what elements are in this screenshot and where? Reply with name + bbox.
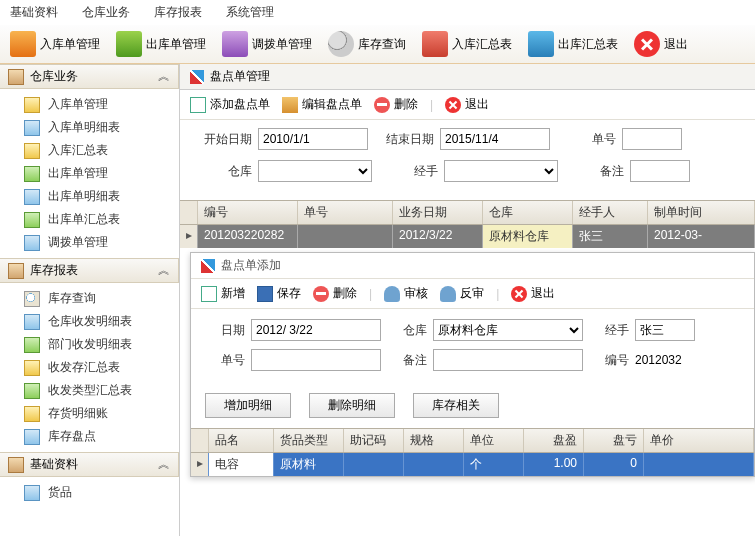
exit-page-button[interactable]: 退出 xyxy=(445,96,489,113)
sidebar-item-stock-query[interactable]: 库存查询 xyxy=(0,287,179,310)
list-icon xyxy=(24,120,40,136)
wh-label: 仓库 xyxy=(192,163,252,180)
edit-count-button[interactable]: 编辑盘点单 xyxy=(282,96,362,113)
exit-label: 退出 xyxy=(664,36,688,53)
num-label: 单号 xyxy=(556,131,616,148)
col-wh[interactable]: 仓库 xyxy=(483,201,573,224)
dlg-remark-label: 备注 xyxy=(387,352,427,369)
dlg-num-label: 单号 xyxy=(205,352,245,369)
dlg-wh-select[interactable]: 原材料仓库 xyxy=(433,319,583,341)
dcol-price[interactable]: 单价 xyxy=(644,429,754,452)
add-count-button[interactable]: 添加盘点单 xyxy=(190,96,270,113)
dlg-id-label: 编号 xyxy=(589,352,629,369)
del-count-button[interactable]: 删除 xyxy=(374,96,418,113)
exit-button[interactable]: 退出 xyxy=(628,29,694,59)
sidebar-base-title: 基础资料 xyxy=(30,456,78,473)
dlg-unaudit-button[interactable]: 反审 xyxy=(440,285,484,302)
sidebar-item-inbound-sum[interactable]: 入库汇总表 xyxy=(0,139,179,162)
dcol-unit[interactable]: 单位 xyxy=(464,429,524,452)
sidebar-item-inbound[interactable]: 入库单管理 xyxy=(0,93,179,116)
col-hand[interactable]: 经手人 xyxy=(573,201,648,224)
wh-select[interactable] xyxy=(258,160,372,182)
sidebar-section-ops[interactable]: 仓库业务 ︽ xyxy=(0,64,179,89)
list-icon xyxy=(24,337,40,353)
sidebar-item-ledger[interactable]: 存货明细账 xyxy=(0,402,179,425)
start-date-input[interactable] xyxy=(258,128,368,150)
dialog-title: 盘点单添加 xyxy=(221,257,281,274)
user-icon xyxy=(440,286,456,302)
transfer-icon xyxy=(222,31,248,57)
dlg-date-input[interactable] xyxy=(251,319,381,341)
menu-bar: 基础资料 仓库业务 库存报表 系统管理 xyxy=(0,0,755,25)
inbound-icon xyxy=(10,31,36,57)
insum-label: 入库汇总表 xyxy=(452,36,512,53)
goods-icon xyxy=(24,485,40,501)
grid-row[interactable]: ▸ 201203220282 2012/3/22 原材料仓库 张三 2012-0… xyxy=(180,225,755,248)
book-icon xyxy=(24,406,40,422)
sidebar-item-goods[interactable]: 货品 xyxy=(0,481,179,504)
add-detail-button[interactable]: 增加明细 xyxy=(205,393,291,418)
sidebar-item-inbound-detail[interactable]: 入库单明细表 xyxy=(0,116,179,139)
end-date-input[interactable] xyxy=(440,128,550,150)
outsum-icon xyxy=(528,31,554,57)
outbound-button[interactable]: 出库单管理 xyxy=(110,29,212,59)
dcol-name[interactable]: 品名 xyxy=(209,429,274,452)
col-ctime[interactable]: 制单时间 xyxy=(648,201,755,224)
num-input[interactable] xyxy=(622,128,682,150)
dlg-num-input[interactable] xyxy=(251,349,381,371)
sidebar-item-dept-detail[interactable]: 部门收发明细表 xyxy=(0,333,179,356)
dlg-save-button[interactable]: 保存 xyxy=(257,285,301,302)
sidebar-item-outbound[interactable]: 出库单管理 xyxy=(0,162,179,185)
outbound-icon xyxy=(116,31,142,57)
menu-sys[interactable]: 系统管理 xyxy=(226,4,274,21)
dcol-type[interactable]: 货品类型 xyxy=(274,429,344,452)
hand-select[interactable] xyxy=(444,160,558,182)
menu-base[interactable]: 基础资料 xyxy=(10,4,58,21)
dlg-audit-button[interactable]: 审核 xyxy=(384,285,428,302)
col-id[interactable]: 编号 xyxy=(198,201,298,224)
menu-ops[interactable]: 仓库业务 xyxy=(82,4,130,21)
sidebar-item-outbound-detail[interactable]: 出库单明细表 xyxy=(0,185,179,208)
inbound-button[interactable]: 入库单管理 xyxy=(4,29,106,59)
dlg-new-button[interactable]: 新增 xyxy=(201,285,245,302)
insum-icon xyxy=(422,31,448,57)
inbound-label: 入库单管理 xyxy=(40,36,100,53)
dcol-mnemonic[interactable]: 助记码 xyxy=(344,429,404,452)
sidebar-ops-title: 仓库业务 xyxy=(30,68,78,85)
stock-related-button[interactable]: 库存相关 xyxy=(413,393,499,418)
grid-icon xyxy=(24,212,40,228)
detail-row[interactable]: ▸ 电容 原材料 个 1.00 0 xyxy=(191,453,754,476)
transfer-button[interactable]: 调拨单管理 xyxy=(216,29,318,59)
dcol-over[interactable]: 盘盈 xyxy=(524,429,584,452)
dlg-del-button[interactable]: 删除 xyxy=(313,285,357,302)
remark-input[interactable] xyxy=(630,160,690,182)
dlg-hand-input[interactable] xyxy=(635,319,695,341)
exit-icon xyxy=(634,31,660,57)
dcol-short[interactable]: 盘亏 xyxy=(584,429,644,452)
col-num[interactable]: 单号 xyxy=(298,201,393,224)
sidebar-item-wh-detail[interactable]: 仓库收发明细表 xyxy=(0,310,179,333)
dlg-remark-input[interactable] xyxy=(433,349,583,371)
outbound-summary-button[interactable]: 出库汇总表 xyxy=(522,29,624,59)
doc-icon xyxy=(24,97,40,113)
save-icon xyxy=(257,286,273,302)
sidebar-item-rsm-sum[interactable]: 收发存汇总表 xyxy=(0,356,179,379)
inbound-summary-button[interactable]: 入库汇总表 xyxy=(416,29,518,59)
sidebar-item-outbound-sum[interactable]: 出库单汇总表 xyxy=(0,208,179,231)
menu-rpt[interactable]: 库存报表 xyxy=(154,4,202,21)
search-icon xyxy=(328,31,354,57)
sidebar-item-count[interactable]: 库存盘点 xyxy=(0,425,179,448)
col-date[interactable]: 业务日期 xyxy=(393,201,483,224)
dlg-exit-button[interactable]: 退出 xyxy=(511,285,555,302)
row-pointer-icon: ▸ xyxy=(191,453,209,476)
sidebar-rpt-title: 库存报表 xyxy=(30,262,78,279)
delete-icon xyxy=(313,286,329,302)
filter-form: 开始日期 结束日期 单号 仓库 经手 备注 xyxy=(180,120,755,200)
sidebar-item-transfer[interactable]: 调拨单管理 xyxy=(0,231,179,254)
del-detail-button[interactable]: 删除明细 xyxy=(309,393,395,418)
sidebar-section-rpt[interactable]: 库存报表 ︽ xyxy=(0,258,179,283)
stock-query-button[interactable]: 库存查询 xyxy=(322,29,412,59)
dcol-spec[interactable]: 规格 xyxy=(404,429,464,452)
sidebar-section-base[interactable]: 基础资料 ︽ xyxy=(0,452,179,477)
sidebar-item-type-sum[interactable]: 收发类型汇总表 xyxy=(0,379,179,402)
